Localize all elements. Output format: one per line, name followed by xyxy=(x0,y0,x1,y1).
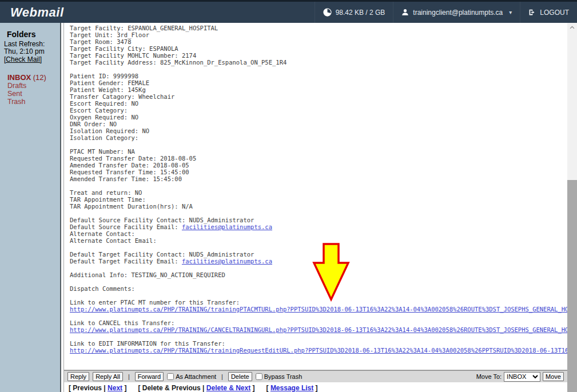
message-text: Target Facilty: ESPANOLA_GENERAL_HOSPITA… xyxy=(70,25,218,31)
nav-link[interactable]: Message List xyxy=(270,384,313,392)
message-line: Target Facility MOHLTC Number: 2174 xyxy=(70,52,567,59)
message-text: Transfer Catagory: Wheelchair xyxy=(70,93,174,100)
sidebar-item-sent[interactable]: Sent xyxy=(7,90,60,98)
toolbar-separator: | xyxy=(126,373,132,380)
message-line xyxy=(70,210,567,217)
message-text: Amended Transfer Time: 15:45:00 xyxy=(70,175,182,182)
logout-icon xyxy=(528,9,536,16)
as-attachment-option: As Attachment xyxy=(167,373,216,380)
quota-section: 98.42 KB / 2 GB xyxy=(315,2,393,23)
message-line: Link to CANCEL this Transfer: xyxy=(70,319,567,326)
message-pane: Target Facilty: ESPANOLA_GENERAL_HOSPITA… xyxy=(64,23,567,370)
sidebar-divider xyxy=(60,23,64,392)
message-text: Patient Gender: FEMALE xyxy=(70,79,149,86)
nav-group: [ Delete & Previous | Delete & Next ] xyxy=(138,384,254,392)
topbar: Webmail 98.42 KB / 2 GB trainingclient@p… xyxy=(0,0,577,23)
message-link[interactable]: facilities@platinumpts.ca xyxy=(182,258,272,265)
message-line: Escort Required: NO xyxy=(70,100,567,107)
check-mail-link[interactable]: [Check Mail] xyxy=(4,55,42,63)
nav-link[interactable]: Delete & Next xyxy=(206,384,250,392)
user-icon xyxy=(401,9,409,16)
message-text: Requested Transfer Time: 15:45:00 xyxy=(70,169,189,175)
message-link[interactable]: http://www.platinumpts.ca/PHP/TRAINING/C… xyxy=(70,326,567,333)
message-line: TAR Appointment Duration(hrs): N/A xyxy=(70,203,567,210)
annotation-arrow-icon xyxy=(312,242,350,302)
message-text: Oxygen Required: NO xyxy=(70,114,138,121)
nav-static-text: [ Previous | xyxy=(69,384,108,392)
message-text: Requested Transfer Date: 2018-08-05 xyxy=(70,155,196,162)
message-text: Target Facility MOHLTC Number: 2174 xyxy=(70,52,196,59)
webmail-logo: Webmail xyxy=(0,5,64,20)
as-attachment-label: As Attachment xyxy=(176,373,216,380)
message-text: Isolation Required: NO xyxy=(70,127,149,134)
message-text: Default Source Facility Contact: NUDS_Ad… xyxy=(70,217,254,223)
message-link[interactable]: http://www.platinumpts.ca/PHP/TRAINING/t… xyxy=(70,306,567,313)
message-line: http://www.platinumpts.ca/PHP/TRAINING/t… xyxy=(70,347,567,354)
message-line: PTAC MT Number: NA xyxy=(70,148,567,155)
message-link[interactable]: facilities@platinumpts.ca xyxy=(182,223,272,230)
last-refresh-time: Thu, 2:10 pm xyxy=(4,48,60,55)
message-line xyxy=(70,141,567,148)
nav-link[interactable]: Next xyxy=(108,384,122,392)
message-text: Patient ID: 9999998 xyxy=(70,73,138,79)
sidebar-item-trash[interactable]: Trash xyxy=(7,98,60,106)
sidebar-item-drafts[interactable]: Drafts xyxy=(7,82,60,90)
scrollbar-thumb[interactable] xyxy=(567,180,577,392)
message-line: Patient Gender: FEMALE xyxy=(70,79,567,86)
sidebar-item-inbox[interactable]: INBOX (12) xyxy=(7,74,60,82)
message-text: Target Facility Address: 825_McKinnon_Dr… xyxy=(70,59,286,66)
message-text: Link to CANCEL this Transfer: xyxy=(70,319,174,326)
move-to-label: Move To: xyxy=(476,373,502,380)
message-line: Target Facility City: ESPANOLA xyxy=(70,45,567,52)
message-line: Requested Transfer Time: 15:45:00 xyxy=(70,169,567,175)
user-menu[interactable]: trainingclient@platinumpts.ca ▾ xyxy=(393,2,520,23)
nav-static-text: ] xyxy=(250,384,254,392)
reply-all-button[interactable]: Reply All xyxy=(93,372,123,381)
message-text: TAR Appointment Time: xyxy=(70,196,146,203)
nav-static-text: ] xyxy=(122,384,126,392)
logout-button[interactable]: LOGOUT xyxy=(520,2,577,23)
message-text: Escort Required: NO xyxy=(70,100,138,107)
quota-pie-icon xyxy=(323,8,332,17)
message-line: DNR Order: NO xyxy=(70,121,567,127)
message-text: Escort Category: xyxy=(70,107,128,114)
message-line: Default Source Facility Email: facilitie… xyxy=(70,223,567,230)
message-text: Default Source Facility Email: xyxy=(70,223,182,230)
message-line: Patient Weight: 145Kg xyxy=(70,86,567,93)
nav-static-text: [ Delete & Previous | xyxy=(138,384,206,392)
move-to-select[interactable]: INBOX xyxy=(504,372,540,382)
message-text: TAR Appointment Duration(hrs): N/A xyxy=(70,203,193,210)
message-text: Default Target Facility Email: xyxy=(70,258,182,265)
page: Folders Last Refresh: Thu, 2:10 pm [Chec… xyxy=(0,23,577,392)
message-line xyxy=(70,66,567,73)
message-text: Additional Info: TESTING_NO_ACTION_REQUI… xyxy=(70,271,225,278)
message-line: Oxygen Required: NO xyxy=(70,114,567,121)
message-line: Target Facilty: ESPANOLA_GENERAL_HOSPITA… xyxy=(70,25,567,31)
toolbar-separator: | xyxy=(220,373,225,380)
bypass-trash-checkbox[interactable] xyxy=(256,373,262,380)
folder-name: Trash xyxy=(7,98,26,106)
nav-static-text: ] xyxy=(313,384,317,392)
message-line: Amended Transfer Date: 2018-08-05 xyxy=(70,162,567,169)
forward-button[interactable]: Forward xyxy=(135,372,164,381)
scroll-up-button[interactable] xyxy=(567,23,577,33)
folder-name: Drafts xyxy=(7,82,26,90)
message-text: Default Target Facility Contact: NUDS_Ad… xyxy=(70,251,254,258)
nav-group: [ Message List ] xyxy=(266,384,318,392)
message-text: Dispatch Comments: xyxy=(70,285,135,292)
message-body: Target Facilty: ESPANOLA_GENERAL_HOSPITA… xyxy=(64,23,567,354)
folder-name: INBOX xyxy=(7,73,31,82)
bypass-trash-option: Bypass Trash xyxy=(256,373,303,380)
message-text: Treat and return: NO xyxy=(70,189,142,196)
folder-name: Sent xyxy=(7,90,22,98)
reply-button[interactable]: Reply xyxy=(67,372,89,381)
as-attachment-checkbox[interactable] xyxy=(167,373,174,380)
move-button[interactable]: Move xyxy=(543,372,564,381)
message-line: Patient ID: 9999998 xyxy=(70,73,567,79)
nav-group: [ Previous | Next ] xyxy=(69,384,126,392)
logout-label: LOGOUT xyxy=(540,9,569,17)
main-area: Target Facilty: ESPANOLA_GENERAL_HOSPITA… xyxy=(64,23,567,392)
delete-button[interactable]: Delete xyxy=(228,372,252,381)
message-link[interactable]: http://www.platinumpts.ca/PHP/TRAINING/t… xyxy=(70,347,567,354)
message-line: http://www.platinumpts.ca/PHP/TRAINING/C… xyxy=(70,326,567,333)
